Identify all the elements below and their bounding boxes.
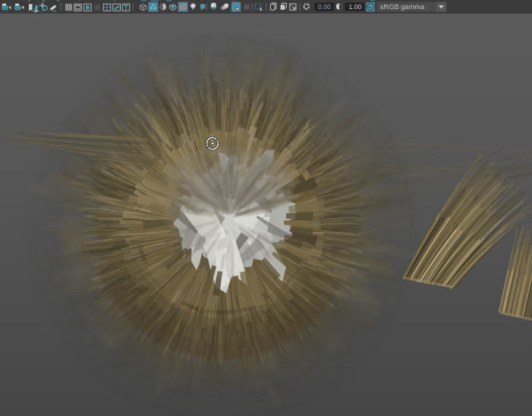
svg-text:1.00: 1.00 [349,3,362,11]
svg-text:0.00: 0.00 [318,3,331,11]
svg-text:sRGB gamma: sRGB gamma [380,3,425,11]
